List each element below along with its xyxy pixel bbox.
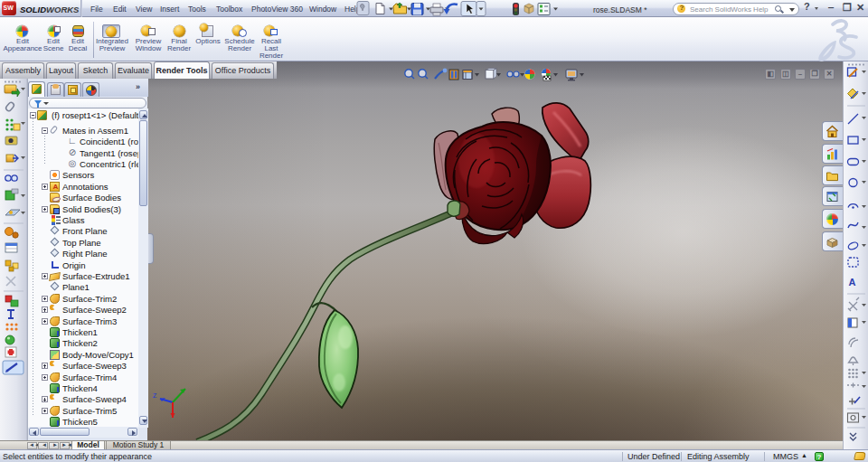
- svg-text:Z: Z: [153, 392, 157, 399]
- svg-text:A: A: [849, 277, 856, 288]
